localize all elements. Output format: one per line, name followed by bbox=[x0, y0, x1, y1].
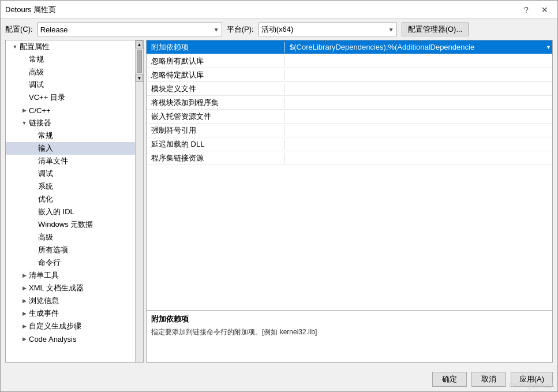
tree-item[interactable]: 优化 bbox=[6, 193, 135, 206]
tree-item-label: 常规 bbox=[38, 130, 53, 141]
tree-item[interactable]: 输入 bbox=[6, 142, 135, 155]
tree-expand-icon: ▼ bbox=[10, 42, 20, 51]
tree-item[interactable]: Windows 元数据 bbox=[6, 218, 135, 231]
tree-list: ▼配置属性常规高级调试VC++ 目录▶C/C++▼链接器常规输入清单文件调试系统… bbox=[6, 40, 135, 362]
scroll-thumb[interactable] bbox=[137, 50, 142, 73]
tree-item[interactable]: 清单文件 bbox=[6, 155, 135, 167]
property-name: 嵌入托管资源文件 bbox=[147, 111, 285, 122]
property-row[interactable]: 忽略所有默认库 bbox=[147, 54, 552, 68]
tree-item-label: Code Analysis bbox=[29, 335, 76, 344]
config-select[interactable]: Release ▼ bbox=[38, 23, 222, 36]
property-name: 强制符号引用 bbox=[147, 125, 285, 136]
property-row[interactable]: 忽略特定默认库 bbox=[147, 68, 552, 82]
tree-expand-icon: ▶ bbox=[20, 296, 29, 305]
tree-expand-icon: ▼ bbox=[20, 118, 29, 128]
tree-item[interactable]: 嵌入的 IDL bbox=[6, 206, 135, 218]
ok-button[interactable]: 确定 bbox=[432, 372, 467, 387]
tree-item[interactable]: ▶生成事件 bbox=[6, 307, 135, 320]
tree-item[interactable]: ▶Code Analysis bbox=[6, 333, 135, 345]
tree-panel: ▼配置属性常规高级调试VC++ 目录▶C/C++▼链接器常规输入清单文件调试系统… bbox=[5, 40, 144, 363]
main-content: ▼配置属性常规高级调试VC++ 目录▶C/C++▼链接器常规输入清单文件调试系统… bbox=[1, 40, 557, 367]
tree-item-label: XML 文档生成器 bbox=[29, 283, 84, 293]
tree-item-label: 所有选项 bbox=[38, 245, 68, 255]
property-row[interactable]: 模块定义文件 bbox=[147, 82, 552, 96]
property-table: 附加依赖项$(CoreLibraryDependencies);%(Additi… bbox=[146, 40, 553, 311]
tree-item[interactable]: 所有选项 bbox=[6, 244, 135, 256]
tree-item-label: 生成事件 bbox=[29, 308, 59, 319]
dialog: Detours 属性页 ? ✕ 配置(C): Release ▼ 平台(P): … bbox=[0, 0, 558, 392]
tree-item[interactable]: ▶C/C++ bbox=[6, 104, 135, 117]
tree-item[interactable]: ▼配置属性 bbox=[6, 40, 135, 53]
property-value: $(CoreLibraryDependencies);%(AdditionalD… bbox=[285, 43, 552, 51]
tree-item[interactable]: 命令行 bbox=[6, 256, 135, 269]
tree-item-label: 命令行 bbox=[38, 257, 61, 268]
tree-item-label: 链接器 bbox=[29, 118, 51, 128]
tree-item-label: Windows 元数据 bbox=[38, 219, 93, 230]
tree-item-label: VC++ 目录 bbox=[29, 92, 65, 103]
platform-select-arrow: ▼ bbox=[388, 27, 394, 33]
tree-item[interactable]: 常规 bbox=[6, 53, 135, 66]
tree-scrollbar: ▲ ▼ bbox=[135, 40, 143, 362]
property-name: 模块定义文件 bbox=[147, 84, 285, 94]
config-label: 配置(C): bbox=[5, 24, 33, 35]
tree-item[interactable]: ▶清单工具 bbox=[6, 269, 135, 282]
tree-item[interactable]: ▼链接器 bbox=[6, 117, 135, 129]
property-value-text: $(CoreLibraryDependencies);%(AdditionalD… bbox=[290, 43, 474, 51]
tree-item-label: 常规 bbox=[29, 54, 44, 65]
tree-item[interactable]: 调试 bbox=[6, 79, 135, 91]
property-name: 附加依赖项 bbox=[147, 42, 285, 53]
description-text: 指定要添加到链接命令行的附加项。[例如 kernel32.lib] bbox=[151, 327, 548, 337]
tree-item-label: 清单文件 bbox=[38, 156, 68, 166]
tree-item[interactable]: 常规 bbox=[6, 129, 135, 142]
tree-item-label: 配置属性 bbox=[20, 42, 50, 52]
property-row[interactable]: 强制符号引用 bbox=[147, 124, 552, 137]
scroll-down-button[interactable]: ▼ bbox=[136, 74, 143, 82]
property-name: 将模块添加到程序集 bbox=[147, 98, 285, 108]
platform-value: 活动(x64) bbox=[261, 24, 294, 35]
platform-select[interactable]: 活动(x64) ▼ bbox=[259, 23, 397, 36]
toolbar: 配置(C): Release ▼ 平台(P): 活动(x64) ▼ 配置管理器(… bbox=[1, 19, 557, 40]
tree-expand-icon: ▶ bbox=[20, 322, 29, 331]
platform-label: 平台(P): bbox=[227, 24, 254, 35]
tree-item[interactable]: ▶自定义生成步骤 bbox=[6, 320, 135, 333]
watermark: CSDN @虎哥之人 bbox=[509, 382, 556, 390]
tree-expand-icon: ▶ bbox=[20, 106, 29, 115]
property-row[interactable]: 程序集链接资源 bbox=[147, 151, 552, 165]
property-row[interactable]: 附加依赖项$(CoreLibraryDependencies);%(Additi… bbox=[147, 40, 552, 54]
tree-item[interactable]: ▶XML 文档生成器 bbox=[6, 282, 135, 294]
property-row[interactable]: 延迟加载的 DLL bbox=[147, 137, 552, 151]
scroll-up-button[interactable]: ▲ bbox=[136, 40, 143, 48]
tree-item-label: C/C++ bbox=[29, 106, 51, 115]
tree-item[interactable]: 高级 bbox=[6, 66, 135, 79]
tree-expand-icon: ▶ bbox=[20, 283, 29, 293]
property-name: 忽略所有默认库 bbox=[147, 56, 285, 66]
tree-expand-icon: ▶ bbox=[20, 334, 29, 344]
tree-item-label: 嵌入的 IDL bbox=[38, 207, 74, 217]
property-name: 忽略特定默认库 bbox=[147, 70, 285, 80]
tree-item-label: 高级 bbox=[38, 232, 53, 242]
config-manager-button[interactable]: 配置管理器(O)... bbox=[402, 23, 469, 36]
title-bar-controls: ? ✕ bbox=[518, 4, 553, 16]
tree-item-label: 浏览信息 bbox=[29, 296, 59, 306]
tree-item[interactable]: 高级 bbox=[6, 231, 135, 244]
tree-item-label: 调试 bbox=[29, 80, 44, 90]
right-panel: 附加依赖项$(CoreLibraryDependencies);%(Additi… bbox=[146, 40, 553, 363]
tree-item[interactable]: VC++ 目录 bbox=[6, 91, 135, 104]
cancel-button[interactable]: 取消 bbox=[471, 372, 506, 387]
config-value: Release bbox=[40, 25, 68, 34]
close-button[interactable]: ✕ bbox=[537, 4, 553, 16]
tree-item[interactable]: 调试 bbox=[6, 167, 135, 180]
title-bar: Detours 属性页 ? ✕ bbox=[1, 1, 557, 19]
property-row[interactable]: 嵌入托管资源文件 bbox=[147, 110, 552, 124]
bottom-bar: 确定 取消 应用(A) bbox=[1, 367, 557, 391]
tree-item[interactable]: 系统 bbox=[6, 180, 135, 193]
description-title: 附加依赖项 bbox=[151, 314, 548, 324]
tree-item[interactable]: ▶浏览信息 bbox=[6, 294, 135, 307]
tree-item-label: 调试 bbox=[38, 169, 53, 179]
config-select-arrow: ▼ bbox=[214, 27, 219, 33]
property-row[interactable]: 将模块添加到程序集 bbox=[147, 96, 552, 110]
property-value-wrapper: $(CoreLibraryDependencies);%(AdditionalD… bbox=[290, 43, 552, 51]
property-dropdown-arrow[interactable]: ▼ bbox=[546, 44, 551, 50]
help-button[interactable]: ? bbox=[518, 4, 534, 16]
title-bar-left: Detours 属性页 bbox=[5, 5, 56, 15]
